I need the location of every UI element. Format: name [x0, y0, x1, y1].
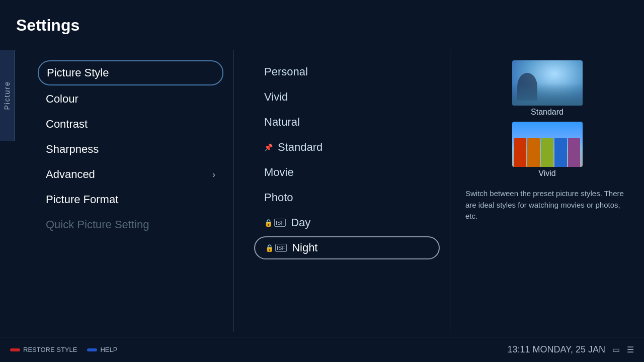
hut-2	[541, 138, 553, 167]
menu-item-label-picture-format: Picture Format	[46, 193, 118, 206]
style-item-night[interactable]: 🔒 ISFNight	[254, 236, 440, 259]
isf-icon-night: 🔒 ISF	[265, 244, 287, 252]
menu-item-label-colour: Colour	[46, 93, 78, 106]
style-description: Switch between the preset picture styles…	[465, 188, 629, 222]
bottom-right: 13:11 MONDAY, 25 JAN ▭ ☰	[508, 344, 634, 355]
style-options: PersonalVividNatural📌StandardMoviePhoto🔒…	[234, 50, 450, 332]
hut-1	[527, 138, 540, 167]
menu-item-colour[interactable]: Colour	[38, 87, 223, 111]
menu-item-contrast[interactable]: Contrast	[38, 113, 223, 136]
menu-item-picture-style[interactable]: Picture Style	[38, 60, 223, 85]
style-item-label-photo: Photo	[264, 191, 293, 204]
menu-item-label-quick-picture-setting: Quick Picture Setting	[46, 218, 149, 231]
vivid-thumbnail-image	[512, 122, 583, 167]
style-item-label-standard: Standard	[278, 141, 323, 154]
style-item-personal[interactable]: Personal	[254, 60, 440, 83]
chevron-icon-advanced: ›	[212, 169, 215, 180]
style-item-label-natural: Natural	[264, 116, 300, 129]
hut-3	[554, 138, 567, 167]
restore-style-label: RESTORE STYLE	[23, 346, 77, 353]
left-menu: Picture StyleColourContrastSharpnessAdva…	[18, 50, 234, 332]
menu-item-advanced[interactable]: Advanced›	[38, 163, 223, 186]
standard-thumbnail-label: Standard	[531, 108, 564, 117]
vivid-thumbnail-label: Vivid	[538, 169, 555, 178]
standard-thumbnail	[512, 60, 583, 106]
grid-icon: ▭	[612, 345, 620, 354]
blue-dot-icon	[87, 348, 97, 351]
style-item-photo[interactable]: Photo	[254, 186, 440, 209]
bottom-actions: RESTORE STYLE HELP	[10, 346, 117, 353]
help-action[interactable]: HELP	[87, 346, 117, 353]
standard-thumbnail-container: Standard	[465, 60, 629, 117]
bottom-bar: RESTORE STYLE HELP 13:11 MONDAY, 25 JAN …	[0, 337, 644, 362]
vivid-thumbnail	[512, 122, 583, 167]
menu-item-label-advanced: Advanced	[46, 168, 95, 181]
picture-tab-label: Picture	[3, 81, 11, 110]
page-title: Settings	[16, 16, 79, 35]
style-item-label-day: Day	[291, 216, 310, 229]
menu-item-label-contrast: Contrast	[46, 118, 88, 131]
isf-icon-day: 🔒 ISF	[264, 219, 286, 227]
huts	[512, 138, 583, 167]
restore-style-action[interactable]: RESTORE STYLE	[10, 346, 77, 353]
red-dot-icon	[10, 348, 20, 351]
help-label: HELP	[100, 346, 117, 353]
style-item-label-night: Night	[292, 241, 317, 254]
hut-4	[568, 138, 581, 167]
menu-item-sharpness[interactable]: Sharpness	[38, 138, 223, 161]
hut-0	[514, 138, 527, 167]
style-item-label-vivid: Vivid	[264, 90, 288, 104]
style-item-day[interactable]: 🔒 ISFDay	[254, 211, 440, 234]
style-item-natural[interactable]: Natural	[254, 111, 440, 134]
style-item-vivid[interactable]: Vivid	[254, 85, 440, 109]
menu-item-label-picture-style: Picture Style	[47, 66, 109, 79]
menu-item-quick-picture-setting[interactable]: Quick Picture Setting	[38, 213, 223, 236]
clock-display: 13:11 MONDAY, 25 JAN	[508, 344, 605, 355]
menu-item-picture-format[interactable]: Picture Format	[38, 188, 223, 211]
picture-tab[interactable]: Picture	[0, 50, 15, 141]
style-item-label-movie: Movie	[264, 166, 294, 179]
right-panel: Standard Vivid Switch between the preset…	[450, 50, 644, 332]
main-content: Picture StyleColourContrastSharpnessAdva…	[18, 50, 644, 332]
vivid-thumbnail-container: Vivid	[465, 122, 629, 178]
standard-thumbnail-image	[512, 60, 583, 106]
style-item-label-personal: Personal	[264, 65, 308, 78]
style-item-standard[interactable]: 📌Standard	[254, 136, 440, 159]
menu-item-label-sharpness: Sharpness	[46, 143, 99, 156]
marker-icon-standard: 📌	[264, 143, 273, 151]
menu-icon: ☰	[627, 345, 634, 354]
style-item-movie[interactable]: Movie	[254, 161, 440, 184]
